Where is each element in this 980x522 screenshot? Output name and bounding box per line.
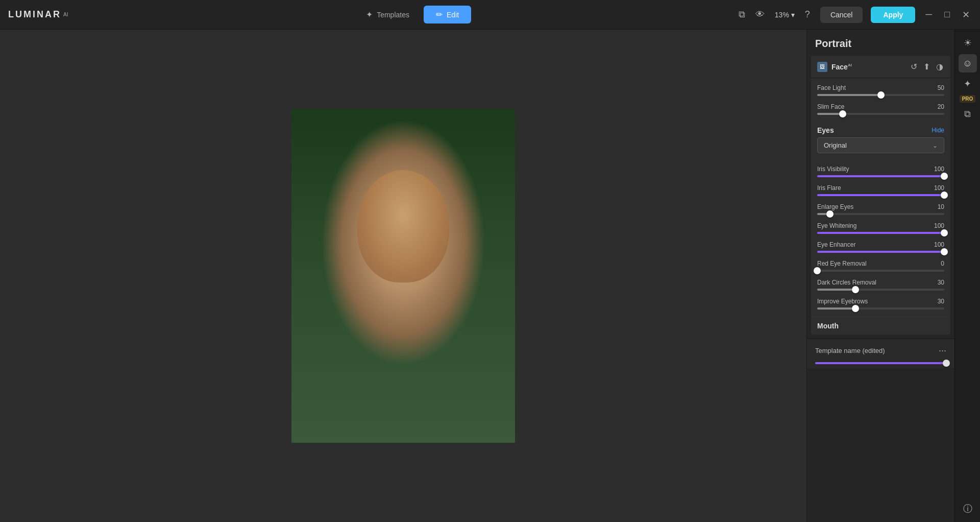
- right-sidebar: Portrait 🖼 FaceAI ↺ ⬆ ◑: [806, 30, 954, 522]
- slider-track-eye-enhancer[interactable]: [817, 251, 944, 253]
- close-icon[interactable]: ✕: [960, 7, 972, 22]
- slider-track-face-light[interactable]: [817, 94, 944, 96]
- zoom-dropdown-icon: ▾: [791, 11, 795, 19]
- slider-label-iris-visibility: Iris Visibility: [817, 165, 849, 173]
- zoom-value: 13%: [775, 11, 789, 19]
- nav-tabs: ✦ Templates ✏ Edit: [88, 6, 736, 23]
- slider-value-enlarge-eyes: 10: [938, 203, 944, 210]
- creative-icon[interactable]: ✦: [959, 75, 977, 93]
- tab-edit[interactable]: ✏ Edit: [424, 6, 471, 23]
- face-ai-title: FaceAI: [831, 63, 905, 71]
- slider-row-red-eye-removal: Red Eye Removal 0: [817, 260, 944, 272]
- eyes-dropdown[interactable]: Original ⌄: [817, 137, 944, 153]
- slider-track-enlarge-eyes[interactable]: [817, 213, 944, 215]
- slider-label-dark-circles: Dark Circles Removal: [817, 279, 876, 286]
- maximize-icon[interactable]: □: [942, 7, 952, 22]
- eyes-section-header: Eyes Hide: [811, 122, 950, 137]
- far-right-panel: ☀ ☺ ✦ PRO ⧉ ⓘ: [954, 30, 980, 522]
- slider-label-slim-face: Slim Face: [817, 103, 844, 110]
- slider-label-improve-eyebrows: Improve Eyebrows: [817, 298, 868, 305]
- main: Portrait 🖼 FaceAI ↺ ⬆ ◑: [0, 30, 980, 522]
- pro-badge: PRO: [960, 95, 976, 103]
- edit-icon: ✏: [436, 10, 443, 19]
- slider-row-iris-visibility: Iris Visibility 100: [817, 165, 944, 177]
- photo-container: [291, 109, 515, 443]
- logo: LUMINAR AI: [8, 9, 68, 20]
- template-options-button[interactable]: ···: [939, 345, 946, 356]
- slider-value-red-eye-removal: 0: [941, 260, 944, 267]
- slider-value-iris-visibility: 100: [934, 165, 944, 173]
- slider-row-eye-enhancer: Eye Enhancer 100: [817, 241, 944, 253]
- dropdown-arrow-icon: ⌄: [933, 142, 938, 149]
- eyes-dropdown-value: Original: [824, 141, 847, 149]
- photo-image: [291, 109, 515, 443]
- minimize-icon[interactable]: ─: [923, 7, 934, 22]
- slider-value-eye-whitening: 100: [934, 222, 944, 229]
- slider-value-dark-circles: 30: [938, 279, 944, 286]
- slider-value-slim-face: 20: [938, 103, 944, 110]
- split-view-icon[interactable]: ⧉: [737, 7, 747, 22]
- tab-templates[interactable]: ✦ Templates: [354, 6, 422, 23]
- slider-label-iris-flare: Iris Flare: [817, 184, 841, 192]
- cancel-button[interactable]: Cancel: [820, 7, 863, 23]
- slider-label-eye-enhancer: Eye Enhancer: [817, 241, 855, 248]
- face-ai-controls: ↺ ⬆ ◑: [910, 61, 944, 73]
- slider-value-iris-flare: 100: [934, 184, 944, 192]
- slider-label-face-light: Face Light: [817, 84, 846, 91]
- zoom-control[interactable]: 13% ▾: [775, 11, 795, 19]
- template-name-bar: Template name (edited) ···: [807, 339, 954, 362]
- slider-value-improve-eyebrows: 30: [938, 298, 944, 305]
- template-slider-track[interactable]: [815, 362, 946, 364]
- slider-track-iris-flare[interactable]: [817, 194, 944, 196]
- mouth-section: Mouth: [811, 317, 950, 335]
- slider-label-red-eye-removal: Red Eye Removal: [817, 260, 867, 267]
- slider-label-eye-whitening: Eye Whitening: [817, 222, 856, 229]
- info-icon[interactable]: ⓘ: [959, 500, 977, 518]
- slider-row-improve-eyebrows: Improve Eyebrows 30: [817, 298, 944, 310]
- canvas-area[interactable]: [0, 30, 806, 522]
- slider-track-slim-face[interactable]: [817, 113, 944, 115]
- slider-track-iris-visibility[interactable]: [817, 175, 944, 177]
- slider-row-enlarge-eyes: Enlarge Eyes 10: [817, 203, 944, 215]
- eyes-hide-button[interactable]: Hide: [932, 127, 944, 134]
- eye-sliders-section: Iris Visibility 100 Iris Flare 100: [811, 159, 950, 310]
- slider-track-dark-circles[interactable]: [817, 289, 944, 291]
- tab-templates-label: Templates: [377, 11, 409, 19]
- help-icon[interactable]: ?: [803, 7, 812, 22]
- logo-ai-badge: AI: [63, 12, 68, 17]
- panel-scroll[interactable]: Face Light 50 Slim Face 20: [811, 78, 950, 335]
- face-ai-panel: 🖼 FaceAI ↺ ⬆ ◑ Face Light 50: [811, 56, 950, 335]
- sun-adjustments-icon[interactable]: ☀: [959, 34, 977, 52]
- eyes-section-title: Eyes: [817, 126, 834, 134]
- template-slider-bar: [807, 362, 954, 368]
- portrait-icon[interactable]: ☺: [959, 54, 977, 73]
- header: LUMINAR AI ✦ Templates ✏ Edit ⧉ 👁 13% ▾ …: [0, 0, 980, 30]
- slider-label-enlarge-eyes: Enlarge Eyes: [817, 203, 853, 210]
- reset-icon[interactable]: ↺: [910, 61, 918, 73]
- apply-button[interactable]: Apply: [871, 7, 915, 23]
- header-right: ⧉ 👁 13% ▾ ? Cancel Apply ─ □ ✕: [737, 7, 972, 23]
- slider-row-slim-face: Slim Face 20: [817, 103, 944, 115]
- slider-value-face-light: 50: [938, 84, 944, 91]
- slider-row-face-light: Face Light 50: [817, 84, 944, 96]
- face-ai-panel-icon: 🖼: [817, 62, 827, 72]
- face-ai-header: 🖼 FaceAI ↺ ⬆ ◑: [811, 56, 950, 78]
- slider-track-improve-eyebrows[interactable]: [817, 307, 944, 310]
- slider-track-red-eye-removal[interactable]: [817, 270, 944, 272]
- toggle-visibility-icon[interactable]: ◑: [935, 61, 944, 73]
- tab-edit-label: Edit: [447, 11, 459, 19]
- templates-icon: ✦: [366, 10, 373, 19]
- face-sliders-section: Face Light 50 Slim Face 20: [811, 78, 950, 115]
- view-icons: ⧉ 👁: [737, 7, 767, 22]
- preview-icon[interactable]: 👁: [753, 7, 767, 22]
- slider-row-iris-flare: Iris Flare 100: [817, 184, 944, 196]
- upload-icon[interactable]: ⬆: [922, 61, 931, 73]
- slider-track-eye-whitening[interactable]: [817, 232, 944, 234]
- slider-row-eye-whitening: Eye Whitening 100: [817, 222, 944, 234]
- slider-value-eye-enhancer: 100: [934, 241, 944, 248]
- layers-icon[interactable]: ⧉: [959, 105, 977, 123]
- eyes-dropdown-row: Original ⌄: [811, 137, 950, 159]
- template-name-text: Template name (edited): [815, 347, 885, 354]
- mouth-title: Mouth: [817, 322, 839, 330]
- logo-text: LUMINAR: [8, 9, 61, 20]
